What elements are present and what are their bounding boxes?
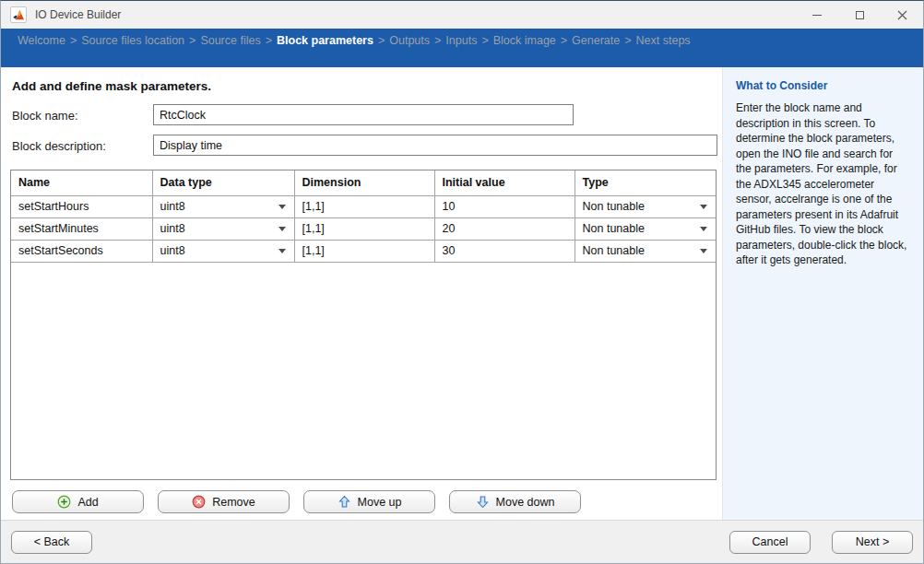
type-dropdown[interactable]: Non tunable xyxy=(575,240,716,262)
wizard-breadcrumb: Welcome>Source files location>Source fil… xyxy=(1,29,923,67)
remove-button[interactable]: Remove xyxy=(158,490,290,513)
breadcrumb-separator: > xyxy=(481,34,488,47)
breadcrumb-separator: > xyxy=(70,34,77,47)
breadcrumb-separator: > xyxy=(434,34,441,47)
breadcrumb-step-block-parameters[interactable]: Block parameters xyxy=(277,34,373,47)
add-icon xyxy=(57,495,71,509)
block-name-input[interactable] xyxy=(153,104,574,125)
breadcrumb-separator: > xyxy=(378,34,385,47)
data-type-dropdown[interactable]: uint8 xyxy=(152,217,294,240)
breadcrumb-step-next-steps[interactable]: Next steps xyxy=(636,34,691,47)
column-header-type: Type xyxy=(575,170,716,195)
table-row: setStartMinutes uint8 [1,1] 20 Non tunab… xyxy=(11,217,716,240)
io-device-builder-window: IO Device Builder Welcome>Source files l… xyxy=(0,0,924,564)
breadcrumb-separator: > xyxy=(561,34,567,47)
param-name-cell[interactable]: setStartSeconds xyxy=(11,240,152,262)
breadcrumb-separator: > xyxy=(624,34,631,47)
add-button[interactable]: Add xyxy=(12,490,144,513)
close-button[interactable] xyxy=(881,1,923,29)
back-button[interactable]: < Back xyxy=(11,531,92,554)
maximize-icon xyxy=(856,11,864,19)
cancel-button[interactable]: Cancel xyxy=(729,531,811,554)
parameters-table-container: Name Data type Dimension Initial value T… xyxy=(10,170,717,480)
help-panel-text: Enter the block name and description in … xyxy=(736,100,910,268)
column-header-initial-value: Initial value xyxy=(434,170,575,195)
page-title: Add and define mask parameters. xyxy=(12,79,211,93)
dimension-cell[interactable]: [1,1] xyxy=(294,195,434,217)
maximize-button[interactable] xyxy=(838,1,881,29)
dropdown-arrow-icon xyxy=(700,205,707,209)
block-description-input[interactable] xyxy=(153,135,717,156)
parameters-table: Name Data type Dimension Initial value T… xyxy=(11,170,716,263)
column-header-data-type: Data type xyxy=(152,170,294,195)
table-action-buttons: Add Remove Move up xyxy=(12,490,581,513)
breadcrumb-separator: > xyxy=(189,34,195,47)
type-dropdown[interactable]: Non tunable xyxy=(575,195,716,217)
data-type-dropdown[interactable]: uint8 xyxy=(152,195,294,217)
table-header-row: Name Data type Dimension Initial value T… xyxy=(11,170,716,195)
initial-value-cell[interactable]: 20 xyxy=(434,217,575,240)
dropdown-arrow-icon xyxy=(700,227,707,231)
window-title: IO Device Builder xyxy=(35,8,796,21)
initial-value-cell[interactable]: 10 xyxy=(434,195,575,217)
minimize-button[interactable] xyxy=(796,1,838,29)
breadcrumb-step-outputs[interactable]: Outputs xyxy=(389,34,430,47)
param-name-cell[interactable]: setStartMinutes xyxy=(11,217,152,240)
help-panel: What to Consider Enter the block name an… xyxy=(722,67,923,520)
close-icon xyxy=(897,10,907,20)
minimize-icon xyxy=(812,15,822,16)
next-button[interactable]: Next > xyxy=(832,531,913,554)
help-panel-title: What to Consider xyxy=(736,79,910,92)
dropdown-arrow-icon xyxy=(700,249,707,253)
data-type-dropdown[interactable]: uint8 xyxy=(152,240,294,262)
remove-icon xyxy=(192,495,206,509)
block-name-label: Block name: xyxy=(12,105,78,126)
breadcrumb-step-source-files-location[interactable]: Source files location xyxy=(81,34,184,47)
move-up-button[interactable]: Move up xyxy=(303,490,435,513)
block-description-label: Block description: xyxy=(12,135,106,157)
initial-value-cell[interactable]: 30 xyxy=(434,240,575,262)
table-row: setStartHours uint8 [1,1] 10 Non tunable xyxy=(11,195,716,217)
table-row: setStartSeconds uint8 [1,1] 30 Non tunab… xyxy=(11,240,716,262)
main-panel: Add and define mask parameters. Block na… xyxy=(1,67,722,520)
param-name-cell[interactable]: setStartHours xyxy=(11,195,152,217)
matlab-logo-icon xyxy=(10,6,27,23)
breadcrumb-step-welcome[interactable]: Welcome xyxy=(18,34,65,47)
dimension-cell[interactable]: [1,1] xyxy=(294,217,434,240)
content-area: Add and define mask parameters. Block na… xyxy=(1,67,923,520)
breadcrumb-step-block-image[interactable]: Block image xyxy=(493,34,556,47)
footer-bar: < Back Cancel Next > xyxy=(1,520,923,563)
dropdown-arrow-icon xyxy=(278,249,286,253)
title-bar[interactable]: IO Device Builder xyxy=(1,1,923,29)
move-up-icon xyxy=(338,495,351,509)
breadcrumb-separator: > xyxy=(266,34,272,47)
dimension-cell[interactable]: [1,1] xyxy=(294,240,434,262)
column-header-dimension: Dimension xyxy=(294,170,434,195)
type-dropdown[interactable]: Non tunable xyxy=(575,217,716,240)
dropdown-arrow-icon xyxy=(278,205,286,209)
breadcrumb-step-source-files[interactable]: Source files xyxy=(200,34,260,47)
dropdown-arrow-icon xyxy=(278,227,286,231)
move-down-button[interactable]: Move down xyxy=(449,490,581,513)
move-down-icon xyxy=(476,495,490,509)
column-header-name: Name xyxy=(11,170,152,195)
breadcrumb-step-generate[interactable]: Generate xyxy=(572,34,620,47)
breadcrumb-step-inputs[interactable]: Inputs xyxy=(445,34,477,47)
